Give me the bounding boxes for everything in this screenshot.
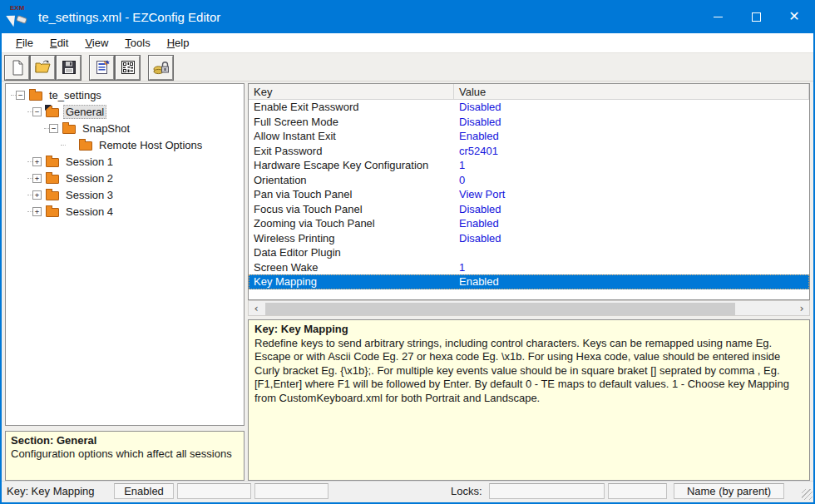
- tree-item-general[interactable]: −General: [6, 103, 244, 120]
- folder-icon: [46, 175, 59, 184]
- key-cell: Orientation: [249, 173, 454, 188]
- table-row[interactable]: Data Editor Plugin: [249, 245, 809, 260]
- tree-item-label: SnapShot: [80, 121, 132, 136]
- open-folder-icon: [34, 59, 52, 76]
- key-value-list: Key Value Enable Exit PasswordDisabledFu…: [248, 83, 810, 300]
- save-icon: [61, 59, 77, 76]
- new-file-button[interactable]: [5, 56, 29, 80]
- key-cell: Screen Wake: [249, 260, 454, 275]
- value-cell: 1: [454, 158, 809, 173]
- value-cell: Disabled: [454, 115, 809, 130]
- save-file-button[interactable]: [57, 56, 81, 80]
- tree-item-label: Remote Host Options: [96, 138, 205, 152]
- horizontal-scrollbar[interactable]: ‹ ›: [248, 300, 810, 316]
- tree-item-remote-host-options[interactable]: Remote Host Options: [6, 136, 244, 153]
- maximize-icon: [752, 12, 761, 22]
- tree-item-session-3[interactable]: +Session 3: [6, 186, 244, 203]
- tree-item-label: Session 1: [63, 155, 116, 169]
- menu-edit[interactable]: Edit: [42, 35, 76, 51]
- menu-view[interactable]: View: [77, 35, 116, 51]
- key-cell: Full Screen Mode: [249, 115, 454, 130]
- column-header-key[interactable]: Key: [249, 84, 454, 99]
- menu-file[interactable]: File: [8, 35, 41, 51]
- key-description-panel: Key: Key Mapping Redefine keys to send a…: [248, 319, 810, 481]
- toolbar: [2, 54, 813, 82]
- status-empty-box-1: [177, 483, 251, 499]
- scroll-right-arrow[interactable]: ›: [794, 301, 809, 315]
- settings-tree: −te_settings−General−SnapShotRemote Host…: [5, 83, 244, 426]
- expand-icon[interactable]: +: [32, 190, 42, 200]
- minimize-icon: [714, 17, 723, 17]
- status-locks-box: [489, 483, 605, 499]
- section-body: Configuration options which affect all s…: [11, 447, 239, 461]
- section-title: Section: General: [11, 434, 239, 447]
- table-row[interactable]: Hardware Escape Key Configuration1: [249, 158, 809, 173]
- column-header-value[interactable]: Value: [454, 84, 809, 99]
- app-window: EXM te_settings.xml - EZConfig Editor ✕ …: [0, 0, 815, 504]
- security-keys-button[interactable]: [149, 56, 173, 80]
- properties-icon: [94, 59, 111, 76]
- scrollbar-thumb[interactable]: [265, 303, 735, 315]
- title-bar: EXM te_settings.xml - EZConfig Editor ✕: [2, 0, 813, 33]
- tree-item-session-2[interactable]: +Session 2: [6, 170, 244, 186]
- key-cell: Enable Exit Password: [249, 100, 454, 115]
- collapse-icon[interactable]: −: [32, 107, 42, 116]
- tree-connector: [61, 145, 66, 146]
- expand-icon[interactable]: +: [32, 157, 42, 166]
- value-cell: cr52401: [454, 144, 809, 159]
- key-cell: Data Editor Plugin: [249, 245, 454, 260]
- collapse-icon[interactable]: −: [16, 91, 25, 100]
- table-row[interactable]: Key MappingEnabled: [249, 274, 809, 289]
- table-row[interactable]: Zooming via Touch PanelEnabled: [249, 216, 809, 231]
- table-row[interactable]: Full Screen ModeDisabled: [249, 115, 809, 130]
- collapse-icon[interactable]: −: [49, 124, 58, 133]
- value-cell: [454, 245, 809, 260]
- table-row[interactable]: Enable Exit PasswordDisabled: [249, 100, 809, 115]
- barcode-icon: [120, 59, 136, 76]
- folder-icon: [79, 141, 92, 151]
- value-cell: Disabled: [454, 202, 809, 217]
- value-cell: Enabled: [454, 274, 809, 289]
- resize-grip[interactable]: [802, 489, 813, 500]
- section-description-panel: Section: General Configuration options w…: [5, 431, 244, 481]
- folder-icon: [62, 125, 76, 134]
- table-row[interactable]: Exit Passwordcr52401: [249, 144, 809, 159]
- table-row[interactable]: Screen Wake1: [249, 260, 809, 275]
- close-button[interactable]: ✕: [775, 0, 813, 33]
- value-cell: Disabled: [454, 231, 809, 246]
- tree-item-snapshot[interactable]: −SnapShot: [6, 120, 244, 136]
- scroll-left-arrow[interactable]: ‹: [249, 301, 264, 315]
- key-description-title: Key: Key Mapping: [254, 323, 803, 337]
- folder-icon: [46, 158, 59, 167]
- expand-icon[interactable]: +: [32, 207, 42, 216]
- new-file-icon: [9, 59, 26, 76]
- close-icon: ✕: [788, 10, 799, 23]
- maximize-button[interactable]: [737, 0, 775, 33]
- expand-icon[interactable]: +: [32, 174, 42, 183]
- menu-help[interactable]: Help: [160, 35, 197, 51]
- key-cell: Pan via Touch Panel: [249, 187, 454, 202]
- folder-icon: [29, 91, 42, 101]
- menu-bar: FileEditViewToolsHelp: [2, 33, 813, 53]
- table-row[interactable]: Orientation0: [249, 173, 809, 188]
- open-folder-icon: [46, 108, 59, 117]
- tree-item-te_settings[interactable]: −te_settings: [6, 86, 244, 103]
- barcode-settings-button[interactable]: [116, 56, 140, 80]
- table-row[interactable]: Allow Instant ExitEnabled: [249, 129, 809, 144]
- key-cell: Exit Password: [249, 144, 454, 159]
- table-row[interactable]: Focus via Touch PanelDisabled: [249, 202, 809, 217]
- status-empty-box-3: [608, 483, 667, 499]
- tree-item-session-4[interactable]: +Session 4: [6, 203, 244, 220]
- edit-properties-button[interactable]: [90, 56, 114, 80]
- open-file-button[interactable]: [31, 56, 55, 80]
- menu-tools[interactable]: Tools: [117, 35, 157, 51]
- status-locks-label: Locks:: [451, 485, 482, 497]
- tree-item-session-1[interactable]: +Session 1: [6, 153, 244, 170]
- key-description-body: Redefine keys to send arbitrary strings,…: [254, 337, 803, 406]
- key-cell: Zooming via Touch Panel: [249, 216, 454, 231]
- minimize-button[interactable]: [699, 0, 737, 33]
- table-row[interactable]: Wireless PrintingDisabled: [249, 231, 809, 246]
- folder-icon: [46, 208, 59, 217]
- status-empty-box-2: [254, 483, 328, 499]
- table-row[interactable]: Pan via Touch PanelView Port: [249, 187, 809, 202]
